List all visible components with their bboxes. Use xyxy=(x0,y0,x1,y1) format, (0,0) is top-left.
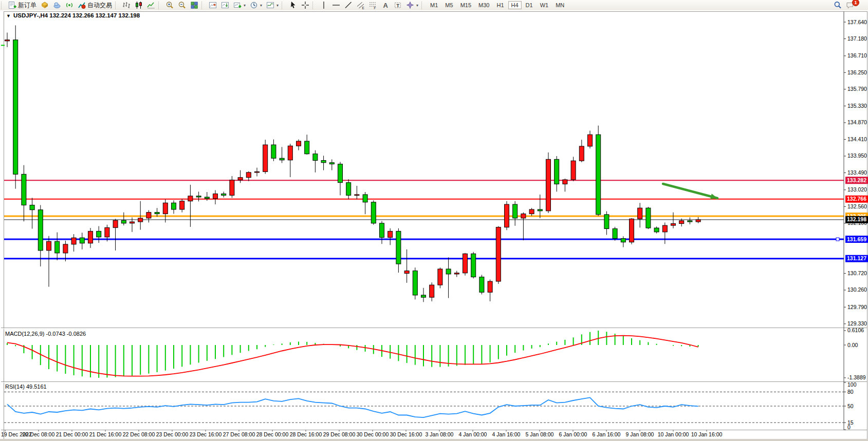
price-tick-label: 136.710 xyxy=(847,52,867,59)
time-label: 22 Dec 08:00 xyxy=(123,431,155,437)
time-label: 10 Jan 16:00 xyxy=(691,431,723,437)
price-tick-label: 133.950 xyxy=(847,152,867,159)
toolbar-group-separator xyxy=(282,2,285,9)
crosshair-button[interactable] xyxy=(299,0,311,10)
new-order-button[interactable]: 新订单 xyxy=(6,0,39,10)
zoom-in-icon xyxy=(165,1,174,9)
timeframe-h4-button[interactable]: H4 xyxy=(508,1,522,9)
dropdown-arrow-icon: ▾ xyxy=(416,3,418,8)
toolbar-group-separator xyxy=(1,2,5,9)
hline-button[interactable] xyxy=(330,0,342,10)
time-label: 30 Dec 16:00 xyxy=(390,431,422,437)
new-chart-icon xyxy=(233,1,242,9)
autotrade-label: 自动交易 xyxy=(87,1,112,10)
trendline-button[interactable] xyxy=(342,0,355,10)
bar-chart-button[interactable] xyxy=(120,0,133,10)
line-chart-button[interactable] xyxy=(145,0,157,10)
tile-windows-icon xyxy=(190,1,198,9)
timeframe-m1-button[interactable]: M1 xyxy=(427,1,441,9)
time-label: 30 Dec 00:00 xyxy=(357,431,389,437)
label-button[interactable]: T xyxy=(392,0,404,10)
svg-text:F: F xyxy=(374,6,376,10)
period-icon xyxy=(250,1,258,9)
chart-shift-button[interactable] xyxy=(207,0,219,10)
new-chart-button[interactable]: ▾ xyxy=(231,0,248,10)
macd-axis-label: 0.6106 xyxy=(847,327,864,333)
zoom-out-button[interactable] xyxy=(176,0,188,10)
time-label: 4 Jan 16:00 xyxy=(492,431,521,437)
symbols-button[interactable] xyxy=(39,0,51,10)
chat-button[interactable]: 1 xyxy=(844,0,865,10)
fibonacci-icon: F xyxy=(369,1,377,9)
hline-handle xyxy=(836,238,839,241)
price-tick-label: 136.250 xyxy=(847,69,867,75)
channel-icon: E xyxy=(357,1,365,9)
timeframe-d1-button[interactable]: D1 xyxy=(523,1,536,9)
chart-window: MACD(12,26,9) -0.0743 -0.08260.61060.00-… xyxy=(0,10,868,441)
price-tick-label: 134.870 xyxy=(847,119,867,125)
history-button[interactable] xyxy=(51,0,63,10)
candle-chart-button[interactable] xyxy=(133,0,145,10)
text-button[interactable]: A xyxy=(379,0,392,10)
rsi-axis-label: 80 xyxy=(847,389,854,395)
trendline-icon xyxy=(344,1,353,9)
macd-label: MACD(12,26,9) -0.0743 -0.0826 xyxy=(5,331,86,337)
svg-text:A: A xyxy=(383,2,389,9)
toolbar-group-separator xyxy=(201,2,205,9)
price-chart: MACD(12,26,9) -0.0743 -0.08260.61060.00-… xyxy=(0,10,868,441)
crosshair-icon xyxy=(301,1,309,9)
candle-chart-icon xyxy=(135,1,143,9)
cursor-button[interactable] xyxy=(287,0,299,10)
price-label-131.659: 131.659 xyxy=(847,236,866,242)
autotrade-icon xyxy=(78,1,86,9)
label-icon: T xyxy=(394,1,402,9)
time-label: 9 Jan 08:00 xyxy=(626,431,654,437)
price-label-132.766: 132.766 xyxy=(847,196,866,202)
time-axis: 19 Dec 202220 Dec 08:0021 Dec 00:0021 De… xyxy=(1,430,723,438)
template-button[interactable]: ▾ xyxy=(264,0,281,10)
time-label: 23 Dec 00:00 xyxy=(156,431,189,437)
price-tick-label: 132.560 xyxy=(847,203,867,209)
time-label: 6 Jan 16:00 xyxy=(593,431,621,437)
time-label: 27 Dec 08:00 xyxy=(223,431,255,437)
shapes-button[interactable]: ▾ xyxy=(404,0,420,10)
chart-title[interactable]: ▼USDJPY-,H4 132.224 132.266 132.147 132.… xyxy=(6,12,140,18)
chart-shift-icon xyxy=(209,1,217,9)
time-label: 21 Dec 16:00 xyxy=(89,431,122,437)
symbols-icon xyxy=(41,1,49,9)
autotrade-button[interactable]: 自动交易 xyxy=(76,0,114,10)
timeframe-m15-button[interactable]: M15 xyxy=(457,1,474,9)
dropdown-arrow-icon: ▾ xyxy=(260,3,262,8)
toolbar-group-separator xyxy=(115,2,119,9)
period-button[interactable]: ▾ xyxy=(248,0,264,10)
vline-button[interactable] xyxy=(318,0,330,10)
cursor-icon xyxy=(289,1,297,9)
zoom-out-icon xyxy=(178,1,186,9)
macd-axis-label: 0.00 xyxy=(847,342,858,348)
time-label: 20 Dec 08:00 xyxy=(23,431,55,437)
time-label: 28 Dec 00:00 xyxy=(256,431,289,437)
svg-text:E: E xyxy=(362,6,365,10)
timeframe-h1-button[interactable]: H1 xyxy=(493,1,507,9)
sonar-button[interactable] xyxy=(63,0,76,10)
new-order-label: 新订单 xyxy=(18,1,36,10)
toolbar-group-separator xyxy=(158,2,162,9)
time-label: 28 Dec 16:00 xyxy=(290,431,322,437)
chart-scroll-button[interactable] xyxy=(219,0,231,10)
toolbar-right: 1 xyxy=(832,0,868,10)
channel-button[interactable]: E xyxy=(355,0,367,10)
timeframe-m30-button[interactable]: M30 xyxy=(475,1,492,9)
search-icon xyxy=(834,1,842,9)
template-icon xyxy=(266,1,274,9)
chat-badge: 1 xyxy=(852,0,859,6)
fibonacci-button[interactable]: F xyxy=(367,0,379,10)
zoom-in-button[interactable] xyxy=(163,0,176,10)
main-toolbar: 新订单自动交易▾▾▾EFAT▾M1M5M15M30H1H4D1W1MN1 xyxy=(0,0,868,11)
search-button[interactable] xyxy=(832,0,844,10)
tile-windows-button[interactable] xyxy=(188,0,200,10)
timeframe-w1-button[interactable]: W1 xyxy=(537,1,552,9)
timeframe-mn-button[interactable]: MN xyxy=(552,1,567,9)
rsi-label: RSI(14) 49.5161 xyxy=(5,384,47,390)
sonar-icon xyxy=(65,1,73,9)
timeframe-m5-button[interactable]: M5 xyxy=(442,1,456,9)
